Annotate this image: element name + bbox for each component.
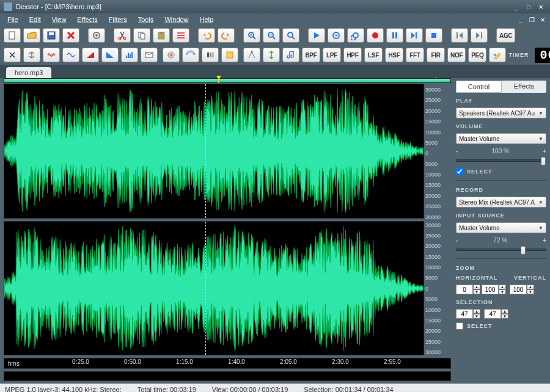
goto-end-button[interactable] <box>471 28 488 43</box>
goto-start-button[interactable] <box>451 28 468 43</box>
menu-filters[interactable]: Filters <box>104 15 132 24</box>
menu-edit[interactable]: Edit <box>24 15 46 24</box>
close-button[interactable]: ✕ <box>535 2 546 11</box>
filter-lsf-button[interactable]: LSF <box>364 48 383 62</box>
filter-nof-button[interactable]: NOF <box>447 48 466 62</box>
play-device-select[interactable]: Speakers (Realtek AC97 Au▼ <box>456 107 546 118</box>
amplitude-scale: smpl 30000250002000015000100005000050001… <box>424 84 451 355</box>
spectrum-button[interactable] <box>121 48 138 62</box>
filter-lpf-button[interactable]: LPF <box>323 48 341 62</box>
menu-help[interactable]: Help <box>195 15 219 24</box>
fade-in-button[interactable] <box>82 48 99 62</box>
new-button[interactable] <box>4 28 21 43</box>
menu-view[interactable]: View <box>47 15 72 24</box>
effect-f-button[interactable] <box>182 48 199 62</box>
pause-button[interactable] <box>386 28 403 43</box>
copy-button[interactable] <box>133 28 150 43</box>
selection-from[interactable] <box>456 309 473 319</box>
minimize-button[interactable]: _ <box>511 2 522 11</box>
timeline-ruler[interactable] <box>4 78 451 83</box>
spin-up[interactable]: ▲ <box>499 285 506 289</box>
doc-minimize-button[interactable]: _ <box>516 15 526 24</box>
selection-to[interactable] <box>484 309 501 319</box>
doc-restore-button[interactable]: ❐ <box>527 15 537 24</box>
doc-close-button[interactable]: ✕ <box>538 15 548 24</box>
play-select-checkbox[interactable] <box>456 168 463 175</box>
waveform-right[interactable] <box>4 221 424 356</box>
status-selection: Selection: 00:01:34 / 00:01:34 <box>304 386 393 393</box>
zoom-h-to[interactable] <box>482 285 499 294</box>
menu-tools[interactable]: Tools <box>133 15 159 24</box>
slider-thumb[interactable] <box>541 157 546 165</box>
spin-up[interactable]: ▲ <box>527 285 534 289</box>
spin-up[interactable]: ▲ <box>501 309 508 314</box>
tab-effects[interactable]: Effects <box>502 81 546 93</box>
effect-e-button[interactable] <box>163 48 180 62</box>
slider-thumb[interactable] <box>521 246 526 255</box>
zoom-selection-button[interactable] <box>282 28 299 43</box>
delete-button[interactable] <box>62 28 79 43</box>
zoom-h-from[interactable] <box>456 285 473 294</box>
spin-down[interactable]: ▼ <box>473 289 480 294</box>
envelope-button[interactable] <box>141 48 158 62</box>
loop-button[interactable] <box>347 28 364 43</box>
record-device-select[interactable]: Stereo Mix (Realtek AC97 A▼ <box>456 197 546 208</box>
agc-button[interactable]: AGC <box>496 28 515 43</box>
filter-fft-button[interactable]: FFT <box>406 48 424 62</box>
play-volume-slider[interactable] <box>456 159 546 162</box>
zoom-v[interactable] <box>510 285 527 294</box>
input-source-select[interactable]: Master Volume▼ <box>456 222 546 233</box>
spin-down[interactable]: ▼ <box>501 314 508 319</box>
effect-a-button[interactable] <box>4 48 21 62</box>
menu-file[interactable]: File <box>2 15 23 24</box>
open-button[interactable] <box>23 28 40 43</box>
menu-effects[interactable]: Effects <box>72 15 102 24</box>
cut-button[interactable] <box>114 28 131 43</box>
effect-i-button[interactable] <box>243 48 260 62</box>
waveform-left[interactable] <box>4 84 424 219</box>
effect-d-button[interactable] <box>62 48 79 62</box>
play-button[interactable] <box>308 28 325 43</box>
settings-button[interactable] <box>88 28 105 43</box>
effect-j-button[interactable] <box>263 48 280 62</box>
fade-out-button[interactable] <box>101 48 119 62</box>
effect-c-button[interactable] <box>43 48 60 62</box>
input-source-value: Master Volume <box>459 225 500 231</box>
filter-peq-button[interactable]: PEQ <box>468 48 486 62</box>
mix-paste-button[interactable] <box>172 28 189 43</box>
undo-button[interactable] <box>198 28 215 43</box>
spin-up[interactable]: ▲ <box>473 309 480 314</box>
paste-button[interactable] <box>153 28 170 43</box>
spin-down[interactable]: ▼ <box>473 314 480 319</box>
edit-tool-button[interactable] <box>489 48 506 62</box>
selection-select-checkbox[interactable] <box>456 322 463 330</box>
record-volume-slider[interactable] <box>456 249 546 251</box>
record-button[interactable] <box>367 28 384 43</box>
spin-down[interactable]: ▼ <box>499 289 506 294</box>
stop-button[interactable] <box>425 28 442 43</box>
save-button[interactable] <box>43 28 60 43</box>
effect-k-button[interactable] <box>282 48 299 62</box>
skip-button[interactable] <box>406 28 423 43</box>
effect-h-button[interactable] <box>221 48 238 62</box>
spin-up[interactable]: ▲ <box>473 285 480 289</box>
zoom-out-button[interactable] <box>263 28 280 43</box>
effect-b-button[interactable] <box>23 48 40 62</box>
filter-bpf-button[interactable]: BPF <box>302 48 320 62</box>
vol-plus[interactable]: + <box>543 148 546 154</box>
filter-hsf-button[interactable]: HSF <box>385 48 403 62</box>
maximize-button[interactable]: □ <box>523 2 534 11</box>
play-loop-button[interactable] <box>328 28 345 43</box>
tab-control[interactable]: Control <box>456 81 502 93</box>
effect-g-button[interactable] <box>202 48 219 62</box>
zoom-in-button[interactable] <box>243 28 260 43</box>
tab-file[interactable]: hero.mp3 <box>6 67 51 78</box>
filter-fir-button[interactable]: FIR <box>427 48 445 62</box>
spin-down[interactable]: ▼ <box>527 289 534 294</box>
volume-select[interactable]: Master Volume▼ <box>456 133 546 144</box>
rec-vol-plus[interactable]: + <box>543 237 546 244</box>
menu-window[interactable]: Window <box>160 15 193 24</box>
filter-hpf-button[interactable]: HPF <box>343 48 362 62</box>
redo-button[interactable] <box>218 28 235 43</box>
playhead-marker[interactable] <box>218 78 219 83</box>
